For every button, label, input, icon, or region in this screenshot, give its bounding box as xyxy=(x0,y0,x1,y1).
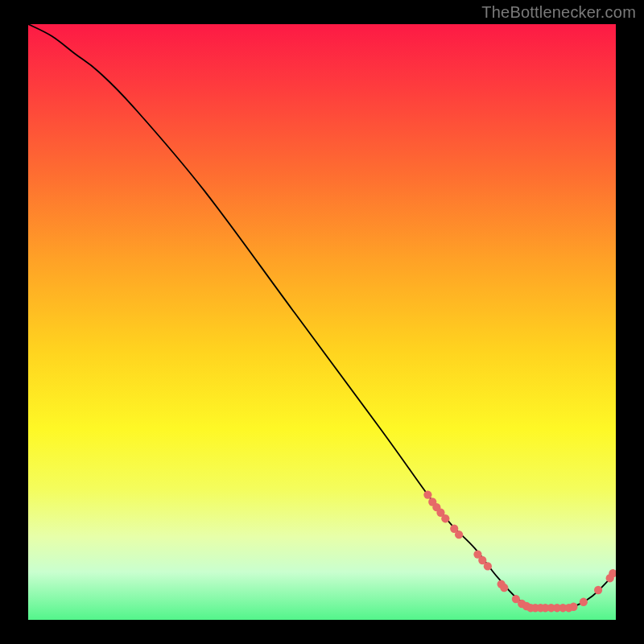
hotspot-marker xyxy=(500,584,508,592)
attribution-text: TheBottlenecker.com xyxy=(481,3,636,22)
hotspot-markers xyxy=(423,490,616,612)
chart-frame: TheBottlenecker.com xyxy=(0,0,644,644)
bottleneck-curve xyxy=(28,24,616,609)
hotspot-marker xyxy=(455,530,463,539)
plot-area xyxy=(28,24,616,620)
hotspot-marker xyxy=(441,514,449,522)
hotspot-marker xyxy=(594,586,602,594)
hotspot-marker xyxy=(569,603,577,611)
hotspot-marker xyxy=(423,490,431,498)
curve-layer xyxy=(28,24,616,620)
hotspot-marker xyxy=(580,598,588,606)
hotspot-marker xyxy=(484,562,492,570)
